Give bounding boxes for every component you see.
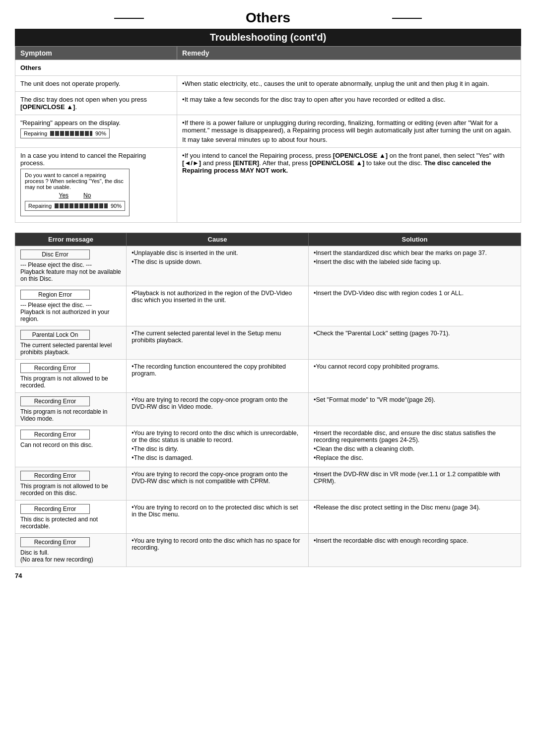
error-cell: Recording ErrorThis program is not allow… — [15, 360, 127, 393]
table-row: Recording ErrorThis program is not recor… — [15, 393, 521, 426]
table-row: Recording ErrorThis program is not allow… — [15, 360, 521, 393]
solution-cell: •Insert the DVD-Video disc with region c… — [309, 286, 521, 326]
table-row: Others — [15, 60, 521, 76]
cause-cell: •You are trying to record onto the disc … — [127, 534, 309, 567]
table-row: "Repairing" appears on the display. Repa… — [15, 115, 521, 148]
error-badge: Recording Error — [20, 396, 90, 406]
cause-cell: •You are trying to record the copy-once … — [127, 393, 309, 426]
page-title: Others — [15, 10, 521, 26]
error-badge: Recording Error — [20, 504, 90, 514]
cause-cell: •You are trying to record on to the prot… — [127, 501, 309, 534]
cause-cell: •Playback is not authorized in the regio… — [127, 286, 309, 326]
cause-header: Cause — [127, 233, 309, 246]
error-badge: Parental Lock On — [20, 330, 90, 340]
solution-cell: •Insert the recordable disc with enough … — [309, 534, 521, 567]
error-badge: Recording Error — [20, 430, 90, 440]
error-cell: Disc Error--- Please eject the disc. ---… — [15, 246, 127, 286]
error-badge: Recording Error — [20, 537, 90, 547]
cause-cell: •Unplayable disc is inserted in the unit… — [127, 246, 309, 286]
error-badge: Recording Error — [20, 363, 90, 373]
solution-cell: •You cannot record copy prohibited progr… — [309, 360, 521, 393]
cause-cell: •You are trying to record onto the disc … — [127, 426, 309, 467]
symptom-cell: In a case you intend to cancel the Repai… — [15, 148, 177, 223]
error-description: Disc is full.(No area for new recording) — [20, 549, 121, 563]
error-badge: Recording Error — [20, 471, 90, 481]
table-row: Parental Lock OnThe current selected par… — [15, 326, 521, 360]
solution-cell: •Insert the standardized disc which bear… — [309, 246, 521, 286]
error-description: --- Please eject the disc. ---Playback i… — [20, 302, 121, 322]
error-badge: Region Error — [20, 290, 90, 300]
cancel-dialog: Do you want to cancel a repairing proces… — [20, 169, 130, 216]
repairing-display: Repairing 90% — [20, 128, 110, 138]
error-description: This program is not allowed to be record… — [20, 375, 121, 389]
error-description: --- Please eject the disc. ---Playback f… — [20, 261, 121, 282]
table-row: The unit does not operate properly. •Whe… — [15, 76, 521, 92]
error-cell: Parental Lock OnThe current selected par… — [15, 326, 127, 360]
solution-header: Solution — [309, 233, 521, 246]
error-description: This program is not recordable in Video … — [20, 408, 121, 422]
table-row: Recording ErrorDisc is full.(No area for… — [15, 534, 521, 567]
solution-cell: •Release the disc protect setting in the… — [309, 501, 521, 534]
solution-cell: •Check the "Parental Lock" setting (page… — [309, 326, 521, 360]
page-number: 74 — [15, 572, 521, 579]
table-row: The disc tray does not open when you pre… — [15, 92, 521, 115]
error-cell: Recording ErrorCan not record on this di… — [15, 426, 127, 467]
remedy-cell: •When static electricity, etc., causes t… — [177, 76, 521, 92]
symptom-header: Symptom — [15, 47, 177, 60]
table-row: Recording ErrorCan not record on this di… — [15, 426, 521, 467]
table-row: Region Error--- Please eject the disc. -… — [15, 286, 521, 326]
error-cell: Recording ErrorThis program is not allow… — [15, 467, 127, 501]
error-cell: Region Error--- Please eject the disc. -… — [15, 286, 127, 326]
solution-cell: •Insert the DVD-RW disc in VR mode (ver.… — [309, 467, 521, 501]
table-row: Recording ErrorThis program is not allow… — [15, 467, 521, 501]
symptom-cell: The unit does not operate properly. — [15, 76, 177, 92]
troubleshooting-top-table: Symptom Remedy Others The unit does not … — [15, 46, 521, 223]
error-description: This disc is protected and not recordabl… — [20, 516, 121, 530]
solution-cell: •Insert the recordable disc, and ensure … — [309, 426, 521, 467]
repairing-display-2: Repairing 90% — [25, 201, 125, 211]
table-row: Recording ErrorThis disc is protected an… — [15, 501, 521, 534]
remedy-cell: •If there is a power failure or unpluggi… — [177, 115, 521, 148]
error-badge: Disc Error — [20, 250, 90, 259]
table-row: In a case you intend to cancel the Repai… — [15, 148, 521, 223]
yes-option: Yes — [59, 192, 69, 199]
solution-cell: •Set "Format mode" to "VR mode"(page 26)… — [309, 393, 521, 426]
error-description: Can not record on this disc. — [20, 441, 121, 448]
no-option: No — [83, 192, 91, 199]
error-cell: Recording ErrorThis program is not recor… — [15, 393, 127, 426]
cause-cell: •You are trying to record the copy-once … — [127, 467, 309, 501]
remedy-cell: •If you intend to cancel the Repairing p… — [177, 148, 521, 223]
section-title: Troubleshooting (cont'd) — [15, 29, 521, 46]
table-row: Disc Error--- Please eject the disc. ---… — [15, 246, 521, 286]
error-cell: Recording ErrorThis disc is protected an… — [15, 501, 127, 534]
remedy-header: Remedy — [177, 47, 521, 60]
remedy-cell: •It may take a few seconds for the disc … — [177, 92, 521, 115]
error-description: This program is not allowed to be record… — [20, 483, 121, 497]
error-message-header: Error message — [15, 233, 127, 246]
error-description: The current selected parental level proh… — [20, 342, 121, 356]
error-cell: Recording ErrorDisc is full.(No area for… — [15, 534, 127, 567]
cause-cell: •The current selected parental level in … — [127, 326, 309, 360]
error-message-table: Error message Cause Solution Disc Error-… — [15, 233, 521, 567]
cause-cell: •The recording function encountered the … — [127, 360, 309, 393]
symptom-cell: The disc tray does not open when you pre… — [15, 92, 177, 115]
symptom-cell: "Repairing" appears on the display. Repa… — [15, 115, 177, 148]
